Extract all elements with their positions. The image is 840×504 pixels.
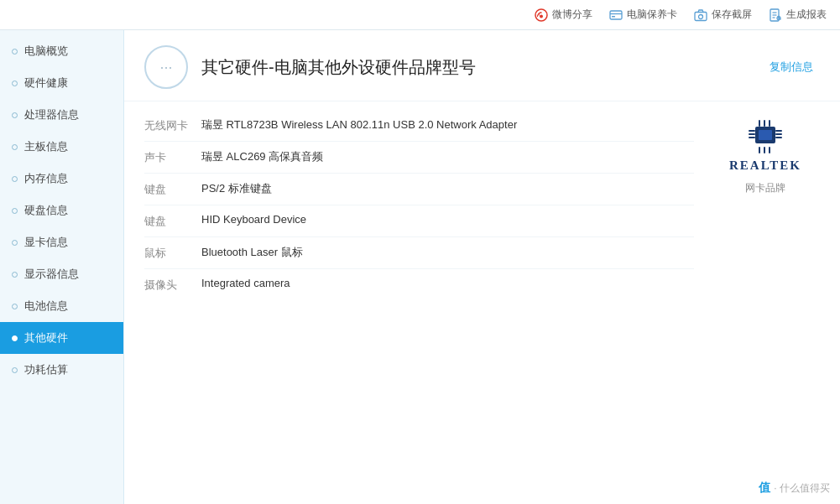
sidebar-dot [12,49,18,55]
svg-rect-18 [775,133,782,135]
toolbar: 微博分享 电脑保养卡 保存截屏 [0,0,840,30]
sidebar-dot [12,176,18,182]
row-label: 摄像头 [144,277,201,293]
sidebar-item-motherboard[interactable]: 主板信息 [0,131,123,163]
sidebar: 电脑概览 硬件健康 处理器信息 主板信息 内存信息 硬盘信息 显卡信息 显示器 [0,30,124,504]
row-value: Integrated camera [201,277,694,289]
svg-rect-24 [764,147,765,153]
svg-rect-17 [775,130,782,132]
svg-rect-21 [764,120,765,127]
sidebar-label: 硬件健康 [24,75,68,91]
sidebar-label: 功耗估算 [24,362,68,377]
sidebar-item-health[interactable]: 硬件健康 [0,67,123,99]
content-area: ··· 其它硬件-电脑其他外设硬件品牌型号 复制信息 无线网卡 瑞昱 RTL87… [124,30,840,504]
watermark-icon: 值 [759,481,770,496]
row-value: HID Keyboard Device [201,213,694,226]
table-row: 鼠标 Bluetooth Laser 鼠标 [144,237,694,269]
sidebar-item-display[interactable]: 显示器信息 [0,258,123,290]
content-body: 无线网卡 瑞昱 RTL8723B Wireless LAN 802.11n US… [124,101,840,504]
weibo-share-button[interactable]: 微博分享 [535,8,592,22]
svg-point-6 [699,14,703,18]
brand-sublabel: 网卡品牌 [745,181,785,195]
svg-rect-23 [759,147,760,153]
row-value: Bluetooth Laser 鼠标 [201,245,694,260]
table-row: 声卡 瑞昱 ALC269 高保真音频 [144,142,694,174]
save-screenshot-button[interactable]: 保存截屏 [694,8,752,22]
copy-info-button[interactable]: 复制信息 [763,56,820,78]
sidebar-item-gpu[interactable]: 显卡信息 [0,226,123,258]
sidebar-dot [12,208,18,214]
brand-logo: REALTEK [729,118,801,173]
table-row: 键盘 PS/2 标准键盘 [144,174,694,205]
row-value: 瑞昱 ALC269 高保真音频 [201,149,694,164]
sidebar-item-cpu[interactable]: 处理器信息 [0,99,123,131]
sidebar-item-other[interactable]: 其他硬件 [0,322,123,354]
watermark-text: · 什么值得买 [774,481,830,496]
sidebar-item-overview[interactable]: 电脑概览 [0,35,123,67]
svg-rect-20 [759,120,760,127]
table-row: 无线网卡 瑞昱 RTL8723B Wireless LAN 802.11n US… [144,110,694,142]
sidebar-dot [12,272,18,278]
page-title: 其它硬件-电脑其他外设硬件品牌型号 [201,56,749,79]
sidebar-label: 显卡信息 [24,235,68,250]
brand-panel: REALTEK 网卡品牌 [711,110,820,487]
svg-rect-25 [769,147,770,153]
pc-care-button[interactable]: 电脑保养卡 [609,8,677,22]
brand-name: REALTEK [729,158,801,173]
content-header: ··· 其它硬件-电脑其他外设硬件品牌型号 复制信息 [124,30,840,101]
sidebar-dot [12,335,18,341]
sidebar-label: 处理器信息 [24,107,79,122]
svg-rect-22 [769,120,770,127]
row-label: 键盘 [144,181,201,197]
svg-rect-15 [749,133,755,135]
sidebar-dot [12,367,18,373]
realtek-logo-svg [740,118,790,155]
svg-rect-16 [749,137,755,138]
row-label: 鼠标 [144,245,201,261]
svg-rect-14 [749,130,755,132]
row-value: PS/2 标准键盘 [201,181,694,196]
pc-care-label: 电脑保养卡 [627,8,677,22]
weibo-icon [535,8,548,22]
camera-icon [694,8,707,22]
svg-rect-13 [759,130,772,140]
sidebar-label: 显示器信息 [24,267,79,282]
sidebar-dot [12,144,18,150]
row-value: 瑞昱 RTL8723B Wireless LAN 802.11n USB 2.0… [201,117,694,132]
sidebar-label: 电池信息 [24,299,68,314]
svg-rect-19 [775,137,782,138]
sidebar-label: 硬盘信息 [24,203,68,218]
sidebar-dot [12,112,18,118]
sidebar-item-memory[interactable]: 内存信息 [0,163,123,195]
sidebar-label: 主板信息 [24,139,68,154]
table-row: 键盘 HID Keyboard Device [144,205,694,237]
svg-point-1 [540,14,543,18]
watermark: 值 · 什么值得买 [759,481,830,496]
generate-report-button[interactable]: 生成报表 [769,8,827,22]
main-container: 电脑概览 硬件健康 处理器信息 主板信息 内存信息 硬盘信息 显卡信息 显示器 [0,30,840,504]
row-label: 键盘 [144,213,201,229]
sidebar-dot [12,81,18,86]
sidebar-dot [12,304,18,309]
info-table: 无线网卡 瑞昱 RTL8723B Wireless LAN 802.11n US… [144,110,694,487]
card-icon [609,8,623,22]
weibo-share-label: 微博分享 [552,8,592,22]
sidebar-label: 电脑概览 [24,44,68,59]
svg-rect-2 [610,11,622,19]
sidebar-item-battery[interactable]: 电池信息 [0,290,123,322]
sidebar-label: 内存信息 [24,171,68,186]
table-row: 摄像头 Integrated camera [144,269,694,300]
sidebar-label: 其他硬件 [24,330,68,346]
report-icon [769,8,782,22]
row-label: 无线网卡 [144,117,201,133]
generate-report-label: 生成报表 [786,8,827,22]
sidebar-dot [12,240,18,246]
row-label: 声卡 [144,149,201,165]
sidebar-item-power[interactable]: 功耗估算 [0,354,123,386]
sidebar-item-disk[interactable]: 硬盘信息 [0,195,123,226]
svg-rect-4 [612,16,615,18]
save-screenshot-label: 保存截屏 [712,8,752,22]
content-icon: ··· [144,45,188,89]
